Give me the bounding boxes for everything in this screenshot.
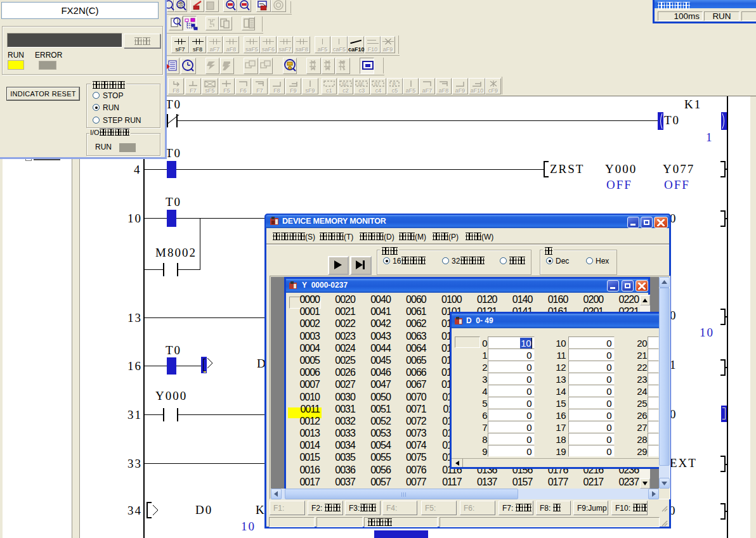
svg-text:SE: SE — [358, 82, 364, 86]
svg-text:ST: ST — [374, 82, 381, 86]
svg-text:R: R — [393, 82, 396, 86]
svg-text:SC: SC — [342, 82, 348, 86]
